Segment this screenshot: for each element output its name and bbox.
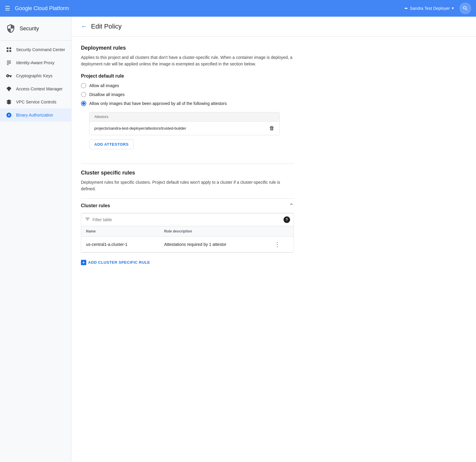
search-button[interactable] xyxy=(459,2,471,14)
sidebar-header: Security xyxy=(0,17,71,41)
column-header-actions xyxy=(270,226,294,237)
radio-circle-allow-approved xyxy=(81,101,86,106)
security-shield-icon xyxy=(6,24,15,33)
proxy-icon xyxy=(6,60,12,66)
cluster-specific-rules-section: Cluster specific rules Deployment rules … xyxy=(81,170,294,266)
radio-circle-allow-all xyxy=(81,83,86,88)
radio-label-allow-approved: Allow only images that have been approve… xyxy=(89,101,227,106)
layout: Security Security Command Center Identit… xyxy=(0,17,476,462)
filter-table-input[interactable] xyxy=(93,217,281,222)
column-header-name: Name xyxy=(81,226,159,237)
cluster-rules-title: Cluster rules xyxy=(81,203,110,208)
account-name: Sandra Test Deployer xyxy=(410,6,450,11)
radio-allow-all[interactable]: Allow all images xyxy=(81,83,294,88)
radio-group-project-rule: Allow all images Disallow all images All… xyxy=(81,83,294,106)
chevron-down-icon: ▼ xyxy=(451,6,455,10)
topbar: ☰ Google Cloud Platform Sandra Test Depl… xyxy=(0,0,476,17)
chevron-up-icon[interactable]: ⌃ xyxy=(289,202,294,209)
deployment-rules-title: Deployment rules xyxy=(81,45,294,51)
grid-icon xyxy=(6,47,12,53)
sidebar-label-access-context-manager: Access Context Manager xyxy=(16,87,62,91)
column-header-rule-description: Rule description xyxy=(159,226,270,237)
cluster-rule-description: Attestations required by 1 attestor xyxy=(159,236,270,252)
sidebar-item-access-context-manager[interactable]: Access Context Manager xyxy=(0,82,71,95)
sidebar-nav: Security Command Center Identity-Aware P… xyxy=(0,41,71,124)
add-cluster-rule-label: ADD CLUSTER SPECIFIC RULE xyxy=(88,260,150,265)
add-attestors-button[interactable]: ADD ATTESTORS xyxy=(89,139,134,149)
sidebar-label-binary-authorization: Binary Authorization xyxy=(16,113,53,117)
content-area: Deployment rules Applies to this project… xyxy=(71,37,303,275)
menu-icon[interactable]: ☰ xyxy=(5,5,10,12)
page-title: Edit Policy xyxy=(91,23,122,30)
cluster-rules-header[interactable]: Cluster rules ⌃ xyxy=(81,198,294,213)
cluster-table-container: ? Name Rule description xyxy=(81,213,294,253)
cluster-name: us-central1-a.cluster-1 xyxy=(81,236,159,252)
back-button[interactable]: ← xyxy=(81,23,87,30)
attestor-value: projects/sandra-test-deployer/attestors/… xyxy=(94,126,186,131)
cluster-specific-rules-desc: Deployment rules for specific clusters. … xyxy=(81,179,294,192)
attestors-table: Attestors projects/sandra-test-deployer/… xyxy=(89,112,280,135)
add-cluster-rule-button[interactable]: + ADD CLUSTER SPECIFIC RULE xyxy=(81,259,150,266)
table-row: us-central1-a.cluster-1 Attestations req… xyxy=(81,236,294,252)
sidebar-item-security-command-center[interactable]: Security Command Center xyxy=(0,43,71,56)
sidebar-title: Security xyxy=(20,26,39,32)
filter-row: ? xyxy=(81,213,294,226)
radio-disallow-all[interactable]: Disallow all images xyxy=(81,92,294,97)
attestor-row: projects/sandra-test-deployer/attestors/… xyxy=(90,122,279,135)
sidebar-item-vpc-service-controls[interactable]: VPC Service Controls xyxy=(0,95,71,109)
delete-attestor-icon[interactable]: 🗑 xyxy=(269,125,275,131)
diamond-icon xyxy=(6,86,12,92)
cluster-specific-rules-title: Cluster specific rules xyxy=(81,170,294,176)
sidebar-label-cryptographic-keys: Cryptographic Keys xyxy=(16,73,52,78)
plus-icon: + xyxy=(81,260,86,265)
deployment-rules-desc: Applies to this project and all clusters… xyxy=(81,54,294,67)
sidebar-item-cryptographic-keys[interactable]: Cryptographic Keys xyxy=(0,69,71,82)
section-divider xyxy=(81,164,294,164)
radio-allow-approved[interactable]: Allow only images that have been approve… xyxy=(81,101,294,106)
radio-label-allow-all: Allow all images xyxy=(89,83,119,88)
person-badge-icon xyxy=(6,112,12,118)
layers-icon xyxy=(6,99,12,105)
cluster-table: Name Rule description us-central1-a.clus… xyxy=(81,226,294,252)
app-title: Google Cloud Platform xyxy=(15,5,399,12)
more-options-icon[interactable]: ⋮ xyxy=(274,241,281,248)
sidebar: Security Security Command Center Identit… xyxy=(0,17,71,462)
sidebar-label-identity-aware-proxy: Identity-Aware Proxy xyxy=(16,60,54,65)
sidebar-item-identity-aware-proxy[interactable]: Identity-Aware Proxy xyxy=(0,56,71,69)
sidebar-label-security-command-center: Security Command Center xyxy=(16,47,65,52)
project-default-rule-title: Project default rule xyxy=(81,73,294,79)
help-icon[interactable]: ? xyxy=(284,216,290,223)
radio-label-disallow-all: Disallow all images xyxy=(89,92,125,97)
svg-point-1 xyxy=(406,8,408,9)
account-switcher[interactable]: Sandra Test Deployer ▼ xyxy=(403,6,455,11)
radio-circle-disallow-all xyxy=(81,92,86,97)
sidebar-item-binary-authorization[interactable]: Binary Authorization xyxy=(0,109,71,122)
filter-icon xyxy=(85,216,90,223)
key-icon xyxy=(6,73,12,79)
attestors-table-header: Attestors xyxy=(90,112,279,122)
sidebar-label-vpc-service-controls: VPC Service Controls xyxy=(16,100,56,104)
main-content: ← Edit Policy Deployment rules Applies t… xyxy=(71,17,476,462)
svg-point-0 xyxy=(405,8,406,9)
page-header: ← Edit Policy xyxy=(71,17,476,37)
